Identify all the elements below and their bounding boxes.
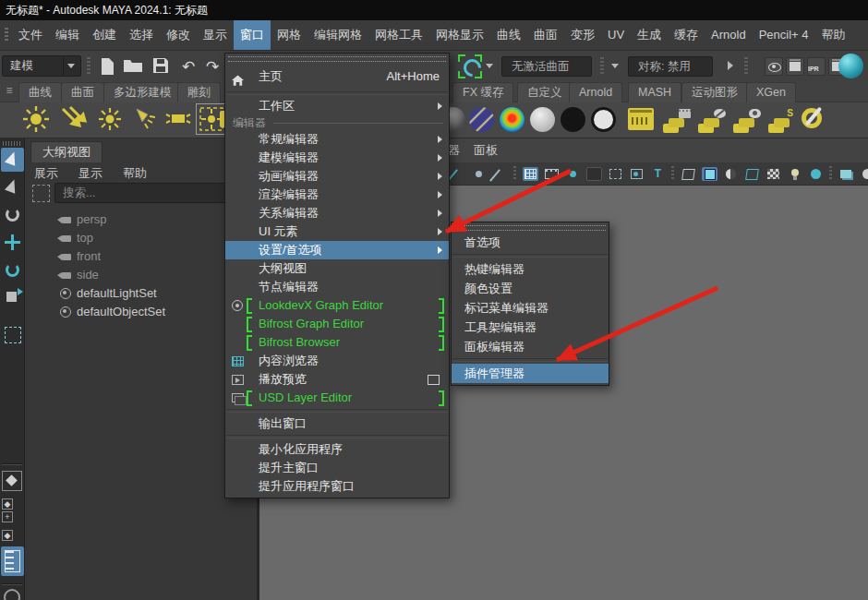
- open-scene-button[interactable]: [122, 55, 144, 78]
- menu-item-outliner[interactable]: 大纲视图: [225, 259, 449, 278]
- shelf-tab-sculpt[interactable]: 雕刻: [177, 82, 221, 102]
- menu-windows[interactable]: 窗口: [234, 20, 271, 50]
- submenu-item-color-settings[interactable]: 颜色设置: [452, 279, 609, 298]
- menu-item-output-window[interactable]: 输出窗口: [225, 414, 449, 433]
- menu-item-node-editor[interactable]: 节点编辑器: [225, 278, 449, 296]
- safe-action-icon[interactable]: [629, 167, 645, 181]
- film-gate-icon[interactable]: [544, 167, 560, 181]
- shelf-menu-icon[interactable]: ≡: [2, 83, 17, 98]
- undo-button[interactable]: ↶: [177, 55, 199, 78]
- wireframe-cube-icon[interactable]: [681, 167, 696, 181]
- active-surface-field[interactable]: 无激活曲面: [501, 56, 592, 77]
- expand-section-arrow-icon[interactable]: [728, 61, 733, 70]
- menu-curves[interactable]: 曲线: [490, 20, 527, 50]
- menu-tearoff-handle[interactable]: [454, 225, 606, 231]
- menu-file[interactable]: 文件: [12, 20, 49, 50]
- area-light-icon[interactable]: [164, 105, 192, 133]
- menu-item-animation-editors[interactable]: 动画编辑器: [225, 167, 449, 186]
- checker-icon[interactable]: [766, 167, 781, 181]
- mash-network-visibility-icon[interactable]: [733, 109, 761, 133]
- menu-display[interactable]: 显示: [197, 20, 234, 50]
- lambert-material-icon[interactable]: [530, 107, 555, 132]
- menu-mesh[interactable]: 网格: [271, 20, 307, 50]
- menu-select[interactable]: 选择: [123, 20, 160, 50]
- pencil-icon[interactable]: [492, 167, 508, 181]
- field-chart-icon[interactable]: [608, 167, 623, 181]
- menu-uv[interactable]: UV: [601, 20, 631, 50]
- light-bulb-icon[interactable]: [787, 167, 802, 181]
- spot-light-icon[interactable]: [131, 105, 159, 133]
- outliner-search-input[interactable]: [54, 183, 248, 203]
- outliner-item-front[interactable]: front: [25, 247, 257, 266]
- shelf-tab-motion-graphics[interactable]: 运动图形: [681, 82, 748, 102]
- menu-item-playblast[interactable]: 播放预览: [225, 370, 449, 389]
- menu-item-modeling-editors[interactable]: 建模编辑器: [225, 149, 449, 167]
- menu-item-rendering-editors[interactable]: 渲染编辑器: [225, 186, 449, 204]
- menu-item-workspace[interactable]: 工作区: [225, 97, 449, 115]
- menu-arnold[interactable]: Arnold: [705, 20, 753, 50]
- submenu-item-marking-menu-editor[interactable]: 标记菜单编辑器: [452, 298, 609, 318]
- material-preview-sphere-icon[interactable]: [838, 54, 863, 78]
- menu-deform[interactable]: 变形: [564, 20, 601, 50]
- outliner-item-persp[interactable]: persp: [25, 210, 257, 229]
- submenu-item-panel-editor[interactable]: 面板编辑器: [452, 337, 609, 356]
- submenu-item-preferences[interactable]: 首选项: [452, 233, 609, 252]
- submenu-item-shelf-editor[interactable]: 工具架编辑器: [452, 318, 609, 337]
- layout-mini-button-c[interactable]: ◆: [2, 530, 13, 541]
- menu-pencil4[interactable]: Pencil+ 4: [753, 20, 815, 50]
- submenu-item-hotkey-editor[interactable]: 热键编辑器: [452, 259, 609, 279]
- menu-help[interactable]: 帮助: [814, 20, 851, 50]
- layout-partial-icon[interactable]: [4, 589, 20, 600]
- snap-toggle-button[interactable]: [460, 56, 480, 77]
- move-tool-button[interactable]: [1, 231, 24, 255]
- menu-item-ui-elements[interactable]: UI 元素: [225, 222, 449, 241]
- submenu-item-plugin-manager[interactable]: 插件管理器: [452, 364, 609, 383]
- menu-item-raise-application-windows[interactable]: 提升应用程序窗口: [225, 477, 449, 496]
- render-view-button[interactable]: [765, 57, 783, 76]
- resolution-gate-icon[interactable]: [565, 167, 581, 181]
- outliner-filter-icon[interactable]: [32, 185, 50, 202]
- render-current-frame-button[interactable]: [786, 57, 804, 76]
- symmetry-field[interactable]: 对称: 禁用: [628, 56, 713, 77]
- select-tool-button[interactable]: [1, 148, 24, 172]
- symmetry-options-arrow-icon[interactable]: [611, 64, 619, 68]
- lasso-select-tool-button[interactable]: [1, 175, 24, 199]
- menu-item-relationship-editors[interactable]: 关系编辑器: [225, 204, 449, 222]
- menu-mesh-tools[interactable]: 网格工具: [368, 20, 429, 50]
- menu-create[interactable]: 创建: [86, 20, 123, 50]
- outliner-tab[interactable]: 大纲视图: [30, 141, 102, 162]
- menu-item-usd-layer-editor[interactable]: USD Layer Editor: [225, 389, 449, 407]
- redo-button[interactable]: ↷: [201, 55, 223, 78]
- shelf-tab-mash[interactable]: MASH: [628, 82, 681, 102]
- menu-item-lookdevx[interactable]: LookdevX Graph Editor: [225, 296, 449, 315]
- paint-select-tool-button[interactable]: [1, 203, 24, 227]
- grid-toggle-icon[interactable]: [523, 167, 538, 181]
- directional-light-icon[interactable]: [59, 105, 87, 133]
- scale-tool-button[interactable]: [1, 286, 24, 310]
- menu-mesh-display[interactable]: 网格显示: [429, 20, 490, 50]
- shading-map-material-icon[interactable]: [591, 107, 616, 132]
- layer-stack-icon[interactable]: [838, 167, 854, 181]
- outliner-menu-help[interactable]: 帮助: [123, 164, 147, 183]
- statusline-grip-icon[interactable]: [744, 57, 748, 76]
- pan-zoom-icon[interactable]: [471, 167, 487, 181]
- outliner-item-top[interactable]: top: [25, 229, 257, 247]
- menu-item-bifrost-browser[interactable]: Bifrost Browser: [225, 333, 449, 352]
- menu-item-settings-preferences[interactable]: 设置/首选项: [225, 241, 449, 259]
- menu-item-bifrost-graph[interactable]: Bifrost Graph Editor: [225, 315, 449, 333]
- menu-item-content-browser[interactable]: 内容浏览器: [225, 352, 449, 370]
- rotate-tool-button[interactable]: [1, 258, 24, 282]
- shelf-tab-poly-modeling[interactable]: 多边形建模: [103, 82, 182, 102]
- ramp-material-icon[interactable]: [500, 107, 524, 132]
- shelf-tab-custom[interactable]: 自定义: [517, 82, 573, 102]
- panel-menu-panels[interactable]: 面板: [474, 138, 498, 162]
- mash-paint-tool-icon[interactable]: [802, 108, 822, 128]
- mash-network-disable-icon[interactable]: [698, 109, 726, 133]
- ipr-render-button[interactable]: IPR: [807, 57, 826, 76]
- workspace-selector[interactable]: 建模: [2, 55, 81, 77]
- anisotropic-material-icon[interactable]: [469, 107, 494, 132]
- menubar-grip-icon[interactable]: [5, 28, 8, 42]
- layout-outliner-persp-button[interactable]: [1, 546, 24, 576]
- workspace-dropdown-arrow-icon[interactable]: [63, 56, 80, 76]
- mash-network-s-icon[interactable]: S: [768, 109, 796, 133]
